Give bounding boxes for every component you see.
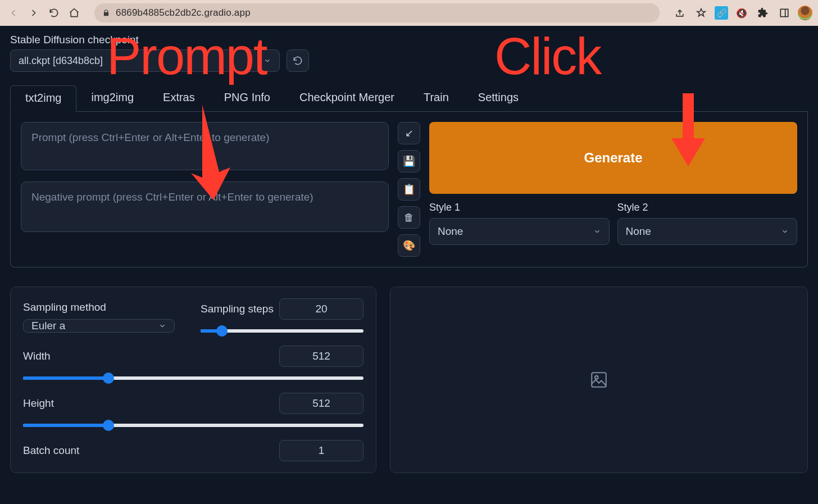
negative-prompt-input[interactable]: Negative prompt (press Ctrl+Enter or Alt…	[21, 181, 389, 232]
action-icon-column: ↙ 💾 📋 🗑 🎨	[398, 122, 420, 257]
svg-point-2	[595, 376, 598, 379]
profile-avatar[interactable]	[798, 6, 812, 20]
image-placeholder-icon	[589, 370, 608, 389]
sampling-method-value: Euler a	[31, 320, 65, 332]
height-value[interactable]: 512	[279, 393, 363, 414]
tab-txt2img[interactable]: txt2img	[10, 85, 76, 112]
prompt-input[interactable]: Prompt (press Ctrl+Enter or Alt+Enter to…	[21, 122, 389, 170]
trash-button[interactable]: 🗑	[398, 206, 420, 229]
tab-pnginfo[interactable]: PNG Info	[210, 85, 285, 111]
style2-label: Style 2	[617, 202, 798, 214]
batch-count-value[interactable]: 1	[279, 440, 363, 461]
height-label: Height	[23, 397, 54, 410]
mute-icon[interactable]: 🔇	[734, 5, 749, 21]
browser-toolbar: 6869b4885cb2db2c.gradio.app 🔗 🔇	[0, 0, 818, 26]
chevron-down-icon	[263, 57, 271, 65]
tab-bar: txt2img img2img Extras PNG Info Checkpoi…	[10, 85, 808, 112]
tab-train[interactable]: Train	[409, 85, 463, 111]
panel-icon[interactable]	[776, 5, 792, 21]
svg-rect-0	[780, 9, 788, 16]
url-bar[interactable]: 6869b4885cb2db2c.gradio.app	[94, 3, 660, 22]
style1-value: None	[438, 225, 463, 238]
tab-settings[interactable]: Settings	[463, 85, 533, 111]
style2-value: None	[626, 225, 651, 238]
puzzle-icon[interactable]	[755, 5, 771, 21]
sampling-method-select[interactable]: Euler a	[23, 319, 175, 333]
tab-img2img[interactable]: img2img	[76, 85, 148, 111]
tab-checkpoint-merger[interactable]: Checkpoint Merger	[285, 85, 409, 111]
refresh-checkpoint-button[interactable]	[287, 49, 309, 72]
generate-button[interactable]: Generate	[429, 122, 797, 194]
tab-content: Prompt (press Ctrl+Enter or Alt+Enter to…	[10, 112, 808, 267]
style2-select[interactable]: None	[617, 218, 798, 245]
url-text: 6869b4885cb2db2c.gradio.app	[116, 7, 251, 19]
height-slider[interactable]	[23, 420, 363, 430]
svg-rect-1	[592, 373, 606, 387]
save-button[interactable]: 💾	[398, 150, 420, 172]
sampling-method-label: Sampling method	[23, 301, 192, 314]
checkpoint-label: Stable Diffusion checkpoint	[10, 34, 280, 46]
home-button[interactable]	[66, 5, 82, 21]
sampling-steps-label: Sampling steps	[201, 303, 274, 315]
width-value[interactable]: 512	[279, 346, 363, 367]
output-preview	[390, 287, 808, 473]
width-slider[interactable]	[23, 373, 363, 383]
tab-extras[interactable]: Extras	[148, 85, 210, 111]
sampling-steps-value[interactable]: 20	[279, 298, 363, 320]
batch-count-label: Batch count	[23, 444, 79, 457]
clipboard-button[interactable]: 📋	[398, 178, 420, 201]
collapse-button[interactable]: ↙	[398, 122, 420, 144]
checkpoint-select[interactable]: all.ckpt [d634b8cb]	[10, 49, 280, 72]
forward-button[interactable]	[26, 5, 42, 21]
style1-select[interactable]: None	[429, 218, 610, 245]
share-icon[interactable]	[672, 5, 688, 21]
link-extension-icon[interactable]: 🔗	[715, 6, 728, 20]
reload-button[interactable]	[46, 5, 62, 21]
palette-button[interactable]: 🎨	[398, 234, 420, 257]
chevron-down-icon	[593, 228, 601, 235]
params-panel: Sampling method Euler a Sampling steps 2…	[10, 287, 376, 473]
width-label: Width	[23, 350, 51, 362]
sampling-steps-slider[interactable]	[201, 325, 363, 335]
extension-icons: 🔗 🔇	[672, 5, 812, 21]
lock-icon	[102, 9, 110, 17]
chevron-down-icon	[158, 322, 166, 330]
chevron-down-icon	[781, 228, 789, 235]
back-button[interactable]	[6, 5, 21, 21]
checkpoint-value: all.ckpt [d634b8cb]	[19, 55, 103, 67]
star-icon[interactable]	[693, 5, 709, 21]
style1-label: Style 1	[429, 202, 610, 214]
